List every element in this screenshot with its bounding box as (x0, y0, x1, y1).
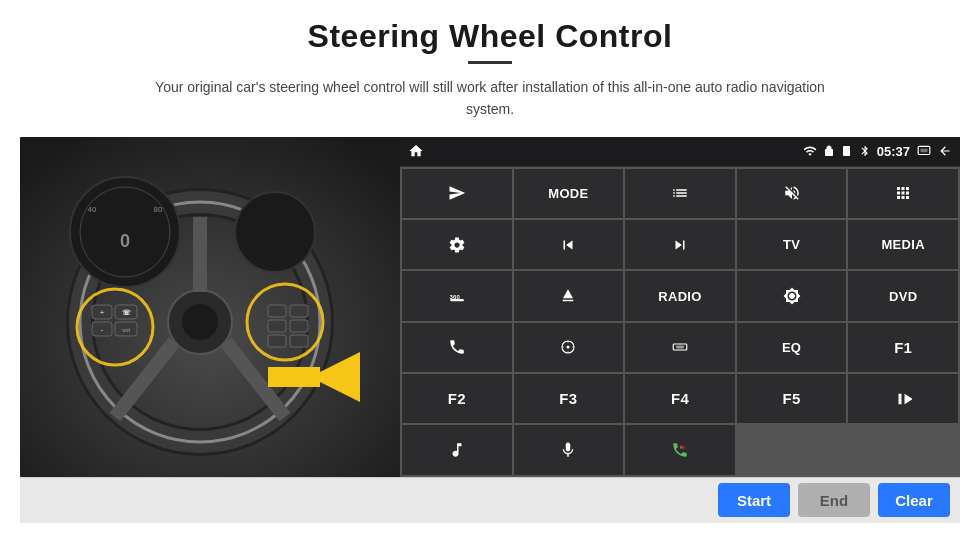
status-bar: 05:37 (400, 137, 960, 167)
lock-icon (823, 145, 835, 157)
svg-point-6 (182, 304, 218, 340)
svg-text:vol: vol (122, 327, 130, 333)
title-divider (468, 61, 512, 64)
time-display: 05:37 (877, 144, 910, 159)
btn-mute[interactable] (737, 169, 847, 218)
btn-answer[interactable] (625, 425, 735, 474)
svg-rect-21 (290, 305, 308, 317)
control-panel: 05:37 MODE (400, 137, 960, 477)
wifi-icon (803, 144, 817, 158)
btn-f3[interactable]: F3 (514, 374, 624, 423)
svg-rect-42 (676, 346, 684, 349)
status-right-icons: 05:37 (803, 144, 952, 159)
svg-rect-34 (843, 146, 850, 156)
btn-send[interactable] (402, 169, 512, 218)
btn-f4[interactable]: F4 (625, 374, 735, 423)
bluetooth-icon (859, 145, 871, 157)
btn-mode[interactable]: MODE (514, 169, 624, 218)
btn-prev[interactable] (514, 220, 624, 269)
btn-eject[interactable] (514, 271, 624, 320)
content-area: + - ☏ vol 0 40 (20, 137, 960, 477)
steering-wheel-image: + - ☏ vol 0 40 (20, 137, 400, 477)
btn-radio[interactable]: RADIO (625, 271, 735, 320)
btn-panel[interactable] (625, 323, 735, 372)
btn-mic[interactable] (514, 425, 624, 474)
end-button[interactable]: End (798, 483, 870, 517)
mirror-icon (916, 144, 932, 158)
button-grid: MODE TV (400, 167, 960, 477)
btn-f1[interactable]: F1 (848, 323, 958, 372)
btn-music[interactable] (402, 425, 512, 474)
svg-rect-22 (268, 320, 286, 332)
btn-brightness[interactable] (737, 271, 847, 320)
btn-next[interactable] (625, 220, 735, 269)
page-title: Steering Wheel Control (308, 18, 673, 55)
btn-dvd[interactable]: DVD (848, 271, 958, 320)
btn-phone[interactable] (402, 323, 512, 372)
svg-point-40 (567, 346, 570, 349)
svg-rect-38 (450, 299, 464, 301)
page-subtitle: Your original car's steering wheel contr… (130, 76, 850, 121)
btn-eq[interactable]: EQ (737, 323, 847, 372)
svg-point-31 (235, 192, 315, 272)
btn-360[interactable]: 360 (402, 271, 512, 320)
svg-text:80: 80 (154, 205, 163, 214)
svg-rect-25 (290, 335, 308, 347)
svg-rect-33 (268, 367, 320, 387)
btn-list[interactable] (625, 169, 735, 218)
svg-rect-20 (268, 305, 286, 317)
clear-button[interactable]: Clear (878, 483, 950, 517)
start-button[interactable]: Start (718, 483, 790, 517)
sd-icon (841, 145, 853, 157)
svg-text:40: 40 (88, 205, 97, 214)
svg-rect-23 (290, 320, 308, 332)
home-icon (408, 143, 424, 159)
action-bar: Start End Clear (20, 477, 960, 523)
status-left-icons (408, 143, 424, 159)
btn-f5[interactable]: F5 (737, 374, 847, 423)
svg-rect-24 (268, 335, 286, 347)
page-wrapper: Steering Wheel Control Your original car… (0, 0, 980, 544)
back-icon (938, 144, 952, 158)
svg-rect-36 (921, 149, 928, 153)
svg-text:+: + (100, 309, 104, 316)
svg-text:0: 0 (120, 231, 130, 251)
btn-f2[interactable]: F2 (402, 374, 512, 423)
btn-tv[interactable]: TV (737, 220, 847, 269)
btn-playpause[interactable] (848, 374, 958, 423)
svg-text:☏: ☏ (122, 309, 131, 316)
btn-settings[interactable] (402, 220, 512, 269)
btn-media[interactable]: MEDIA (848, 220, 958, 269)
btn-navi[interactable] (514, 323, 624, 372)
btn-apps[interactable] (848, 169, 958, 218)
